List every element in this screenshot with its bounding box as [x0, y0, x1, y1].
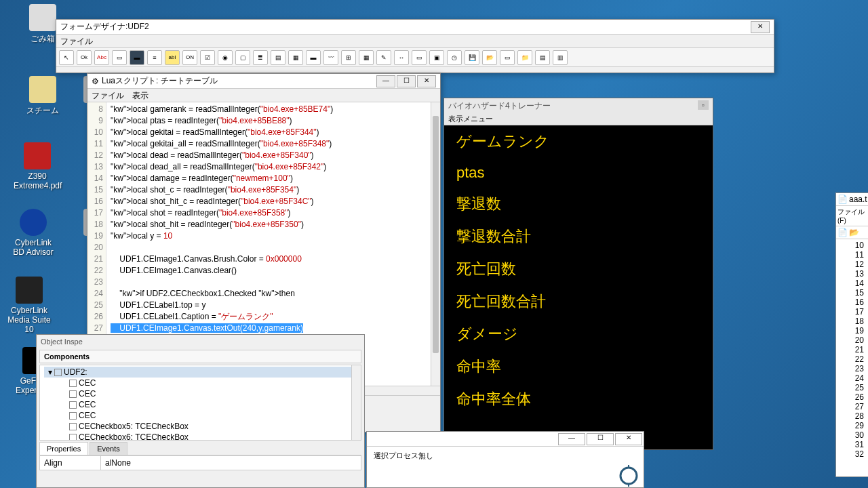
minimize-button[interactable]: — — [558, 433, 585, 445]
desktop-icon-cyberlink-media[interactable]: CyberLink Media Suite 10 — [5, 277, 53, 334]
tree-scrollbar[interactable] — [351, 365, 361, 440]
trainer-item: 死亡回数合計 — [444, 285, 713, 318]
component-tree[interactable]: ▾UDF2:CECCECCECCECCECheckbox5: TCECheckB… — [39, 365, 361, 441]
tool-check[interactable]: ☑ — [200, 50, 215, 65]
tool-ok[interactable]: Ok — [77, 50, 92, 65]
lua-menubar: ファイル 表示 — [87, 89, 440, 102]
maximize-button[interactable]: ☐ — [587, 433, 614, 445]
tool-list[interactable]: ≡ — [147, 50, 162, 65]
desktop-icon-pdf[interactable]: Z390 Extreme4.pdf — [14, 142, 61, 190]
tool-menu[interactable]: ▤ — [535, 50, 550, 65]
tab-properties[interactable]: Properties — [39, 442, 88, 455]
process-titlebar[interactable]: — ☐ ✕ — [367, 432, 644, 447]
form-designer-toolbar: ↖ Ok Abc ▭ ▬ ≡ abI ON ☑ ◉ ▢ ≣ ▤ ▦ ▬ 〰 ⊞ … — [56, 48, 774, 67]
tool-dialog[interactable]: ▭ — [500, 50, 515, 65]
object-inspector-window: Object Inspe Components ▾UDF2:CECCECCECC… — [36, 334, 365, 488]
cheat-engine-logo-icon — [618, 465, 639, 487]
oi-components-header: Components — [39, 350, 361, 363]
form-designer-menubar: ファイル — [56, 35, 774, 48]
svg-point-0 — [620, 468, 637, 484]
process-window: — ☐ ✕ 選択プロセス無し — [366, 431, 644, 488]
prop-name: Align — [40, 456, 101, 470]
tool-tab[interactable]: ▭ — [412, 50, 427, 65]
trainer-item: 死亡回数 — [444, 253, 713, 285]
process-status: 選択プロセス無し — [367, 447, 644, 465]
tree-node[interactable]: ▾UDF2: — [44, 367, 357, 378]
tool-timer[interactable]: ◷ — [447, 50, 462, 65]
trainer-item: ゲームランク — [444, 125, 713, 158]
tree-node[interactable]: CECheckbox6: TCECheckBox — [44, 432, 357, 441]
tool-edit[interactable]: abI — [165, 50, 180, 65]
menu-file[interactable]: ファイル — [60, 36, 93, 46]
tree-node[interactable]: CECheckbox5: TCECheckBox — [44, 421, 357, 432]
lua-icon: ⚙ — [92, 77, 99, 86]
lua-title: Luaスクリプト: チートテーブル — [102, 75, 218, 87]
tool-paint[interactable]: ✎ — [376, 50, 391, 65]
tool-on[interactable]: ON — [182, 50, 197, 65]
form-designer-title: フォームデザイナ:UDF2 — [60, 21, 149, 33]
side-editor-toolbar: 📄📂 — [836, 226, 868, 239]
tree-node[interactable]: CEC — [44, 399, 357, 410]
oi-tabs: Properties Events — [39, 442, 361, 455]
trainer-item: ptas — [444, 158, 713, 188]
maximize-button[interactable]: ☐ — [397, 75, 416, 87]
close-button[interactable]: ✕ — [417, 75, 436, 87]
side-editor-window: 📄aaa.t ファイル(F) 📄📂 1011121314151617181920… — [835, 192, 868, 477]
trainer-close[interactable]: ▫ — [698, 100, 709, 110]
trainer-items: ゲームランクptas撃退数撃退数合計死亡回数死亡回数合計ダメージ命中率命中率全体 — [444, 125, 713, 415]
trainer-title: バイオハザード4トレーナー — [448, 100, 551, 110]
trainer-item: 撃退数合計 — [444, 220, 713, 253]
close-button[interactable]: ✕ — [615, 433, 642, 445]
trainer-item: ダメージ — [444, 318, 713, 350]
oi-title: Object Inspe — [37, 335, 364, 348]
lua-titlebar[interactable]: ⚙Luaスクリプト: チートテーブル — ☐ ✕ — [87, 74, 440, 89]
tool-progress[interactable]: ▬ — [306, 50, 321, 65]
desktop-icon-cyberlink-bd[interactable]: CyberLink BD Advisor — [9, 209, 57, 257]
tool-pointer[interactable]: ↖ — [59, 50, 74, 65]
menu-file[interactable]: ファイル — [92, 90, 124, 100]
tab-events[interactable]: Events — [90, 442, 127, 455]
form-designer-titlebar[interactable]: フォームデザイナ:UDF2 ✕ — [56, 20, 774, 35]
open-icon[interactable]: 📂 — [849, 228, 859, 237]
trainer-titlebar[interactable]: バイオハザード4トレーナー ▫ — [444, 98, 713, 112]
side-editor-title[interactable]: 📄aaa.t — [836, 193, 868, 206]
trainer-item: 命中率 — [444, 350, 713, 383]
trainer-item: 撃退数 — [444, 188, 713, 220]
property-row[interactable]: Align alNone — [39, 455, 361, 470]
tool-folder[interactable]: 📁 — [517, 50, 532, 65]
tree-node[interactable]: CEC — [44, 410, 357, 421]
side-line-numbers: 1011121314151617181920212223242526272829… — [836, 239, 868, 460]
tool-group[interactable]: ▢ — [235, 50, 250, 65]
tool-save[interactable]: 💾 — [465, 50, 479, 65]
prop-value: alNone — [101, 456, 361, 470]
trainer-menu[interactable]: 表示メニュー — [444, 112, 713, 125]
menu-view[interactable]: 表示 — [132, 90, 149, 100]
tool-track[interactable]: 〰 — [323, 50, 338, 65]
tool-radio[interactable]: ◉ — [218, 50, 233, 65]
tool-splitter[interactable]: ↔ — [394, 50, 409, 65]
tool-abc[interactable]: Abc — [94, 50, 109, 65]
trainer-window: バイオハザード4トレーナー ▫ 表示メニュー ゲームランクptas撃退数撃退数合… — [443, 98, 713, 450]
tool-image[interactable]: ▬ — [130, 50, 144, 65]
close-button[interactable]: ✕ — [751, 21, 770, 33]
tool-page[interactable]: ▣ — [429, 50, 444, 65]
tree-node[interactable]: CEC — [44, 388, 357, 399]
side-editor-menu[interactable]: ファイル(F) — [836, 206, 868, 226]
form-designer-window: フォームデザイナ:UDF2 ✕ ファイル ↖ Ok Abc ▭ ▬ ≡ abI … — [56, 19, 774, 73]
tool-panel[interactable]: ▭ — [112, 50, 127, 65]
tool-listbox[interactable]: ▦ — [288, 50, 303, 65]
tool-popup[interactable]: ▥ — [553, 50, 568, 65]
tool-combo[interactable]: ▤ — [271, 50, 285, 65]
trainer-item: 命中率全体 — [444, 383, 713, 415]
scrollbar-thumb[interactable] — [433, 116, 439, 353]
minimize-button[interactable]: — — [376, 75, 395, 87]
tool-grid[interactable]: ▦ — [359, 50, 374, 65]
desktop-icon-steam[interactable]: スチーム — [19, 76, 66, 117]
tree-node[interactable]: CEC — [44, 378, 357, 388]
tool-listview[interactable]: ⊞ — [341, 50, 356, 65]
tool-open[interactable]: 📂 — [482, 50, 497, 65]
vertical-scrollbar[interactable] — [431, 102, 440, 386]
new-icon[interactable]: 📄 — [837, 228, 848, 237]
tool-memo[interactable]: ≣ — [253, 50, 268, 65]
